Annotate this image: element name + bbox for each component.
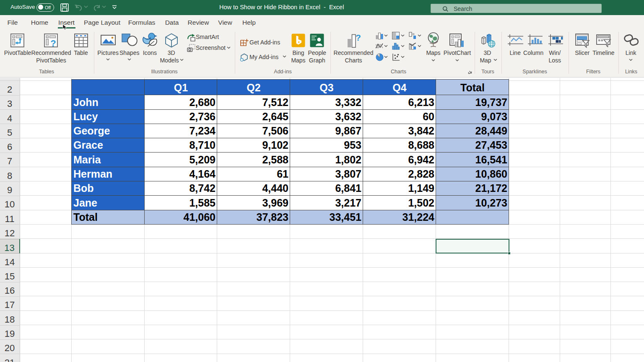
svg-text:?: ?	[356, 34, 361, 42]
svg-text:?: ?	[50, 38, 56, 49]
